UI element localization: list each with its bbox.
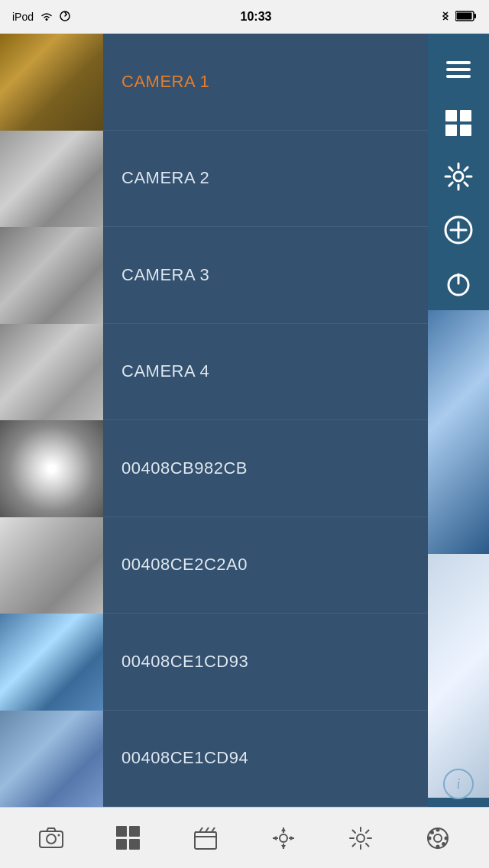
- svg-rect-31: [116, 826, 127, 837]
- thumbnail-3[interactable]: [0, 227, 103, 324]
- svg-line-19: [449, 167, 452, 170]
- svg-marker-45: [273, 836, 277, 840]
- svg-rect-10: [445, 110, 457, 121]
- svg-point-59: [436, 844, 440, 848]
- svg-rect-33: [116, 839, 127, 850]
- svg-marker-43: [281, 828, 286, 831]
- svg-rect-35: [195, 832, 216, 849]
- svg-point-62: [430, 831, 434, 834]
- settings-button[interactable]: [432, 150, 485, 203]
- svg-point-30: [57, 834, 60, 836]
- grid-view-button[interactable]: [432, 96, 485, 150]
- list-toolbar-button[interactable]: [109, 819, 147, 857]
- svg-rect-7: [446, 61, 471, 64]
- camera-item-6[interactable]: 00408CE2C2A0: [103, 517, 428, 614]
- svg-point-58: [436, 828, 440, 831]
- thumbnail-2[interactable]: [0, 131, 103, 228]
- battery-icon: [455, 11, 477, 24]
- svg-point-47: [357, 834, 364, 842]
- svg-line-20: [465, 183, 468, 186]
- info-icon: i: [456, 776, 460, 792]
- thumbnail-8[interactable]: [0, 711, 103, 808]
- status-left: iPod: [12, 11, 70, 24]
- svg-point-14: [454, 172, 463, 181]
- thumbnail-6[interactable]: [0, 517, 103, 614]
- clips-toolbar-button[interactable]: [186, 819, 225, 857]
- time-display: 10:33: [241, 10, 272, 24]
- svg-line-3: [65, 15, 66, 16]
- add-camera-button[interactable]: [432, 203, 485, 257]
- bluetooth-icon: [442, 10, 449, 24]
- right-image-2: [428, 554, 489, 798]
- svg-line-54: [366, 830, 369, 833]
- camera-item-7[interactable]: 00408CE1CD93: [103, 614, 428, 711]
- camera-item-8[interactable]: 00408CE1CD94: [103, 711, 428, 808]
- camera-item-1[interactable]: CAMERA 1: [103, 34, 428, 131]
- right-sidebar: [428, 34, 489, 807]
- main-area: CAMERA 1 CAMERA 2 CAMERA 3 CAMERA 4 0040…: [0, 34, 489, 807]
- status-bar: iPod 10:33: [0, 0, 489, 34]
- svg-point-63: [442, 842, 445, 846]
- device-label: iPod: [12, 11, 34, 23]
- info-button[interactable]: i: [443, 769, 474, 799]
- svg-rect-34: [129, 839, 140, 850]
- settings-toolbar-button[interactable]: [342, 819, 380, 857]
- svg-line-55: [352, 844, 355, 847]
- camera-item-3[interactable]: CAMERA 3: [103, 227, 428, 324]
- svg-marker-46: [290, 836, 294, 840]
- svg-point-0: [46, 18, 48, 21]
- svg-rect-9: [446, 75, 471, 78]
- thumbnail-1[interactable]: [0, 34, 103, 131]
- right-image-1: [428, 310, 489, 554]
- thumbnail-7[interactable]: [0, 614, 103, 711]
- svg-line-52: [352, 830, 355, 833]
- svg-point-38: [280, 834, 287, 842]
- svg-rect-12: [445, 125, 457, 136]
- svg-point-29: [47, 834, 56, 844]
- camera-item-4[interactable]: CAMERA 4: [103, 324, 428, 421]
- camera-toolbar-button[interactable]: [32, 819, 70, 857]
- svg-rect-32: [129, 826, 140, 837]
- reel-toolbar-button[interactable]: [419, 819, 457, 857]
- svg-rect-6: [456, 12, 471, 19]
- svg-rect-11: [460, 110, 471, 121]
- thumbnails-column: [0, 34, 103, 807]
- svg-point-60: [428, 836, 432, 840]
- wifi-icon: [40, 11, 53, 24]
- svg-line-22: [449, 183, 452, 186]
- status-right: [442, 10, 477, 24]
- svg-marker-44: [281, 845, 286, 849]
- activity-icon: [60, 11, 70, 24]
- svg-line-53: [366, 844, 369, 847]
- bottom-toolbar: [0, 807, 489, 868]
- svg-rect-13: [460, 125, 471, 136]
- camera-item-2[interactable]: CAMERA 2: [103, 131, 428, 228]
- svg-rect-5: [474, 14, 476, 18]
- thumbnail-5[interactable]: [0, 420, 103, 517]
- thumbnail-4[interactable]: [0, 324, 103, 421]
- svg-point-57: [434, 834, 442, 842]
- camera-list: CAMERA 1 CAMERA 2 CAMERA 3 CAMERA 4 0040…: [103, 34, 428, 807]
- svg-rect-8: [446, 68, 471, 71]
- menu-button[interactable]: [432, 43, 485, 96]
- svg-line-21: [465, 167, 468, 170]
- ptz-toolbar-button[interactable]: [264, 819, 303, 857]
- svg-point-61: [445, 836, 449, 840]
- power-button[interactable]: [432, 257, 485, 310]
- camera-item-5[interactable]: 00408CB982CB: [103, 420, 428, 517]
